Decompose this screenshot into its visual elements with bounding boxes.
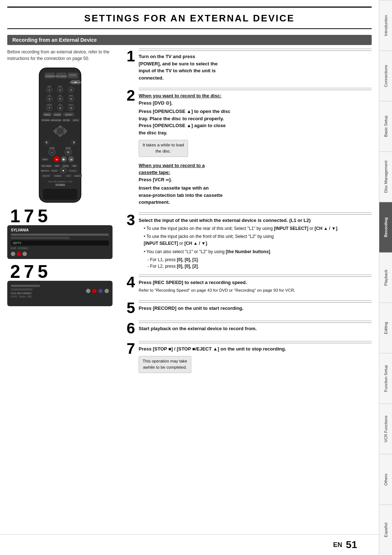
svg-text:N3866: N3866 [55,183,65,187]
step-3-header: Select the input of the unit which the e… [139,217,372,224]
step-1-text: Turn on the TV and press[POWER], and be … [139,53,372,81]
step-4-body: Refer to "Recording Speed" on page 43 fo… [139,287,372,293]
label-1: 1 [10,207,20,225]
sidebar-tab-function-setup[interactable]: Function Setup [379,353,392,404]
device-bottom-labels: 2 7 5 [7,263,113,281]
device-label-spec: SPEC Radio REC [11,295,40,298]
remote-svg: POWER INPUT SELECT DTV/TV OPEN/CLOSE 1 [32,66,88,204]
left-column: Before recording from an external device… [7,49,113,531]
device-bottom-inner: DVD RECORDER SPEC Radio REC [11,284,109,298]
svg-text:2: 2 [59,88,61,92]
svg-text:DVD RECORDER / VCR: DVD RECORDER / VCR [48,181,72,183]
page-footer: EN 51 [0,534,379,555]
device-bottom-left: DVD RECORDER SPEC Radio REC [11,284,40,298]
svg-text:SEARCH: SEARCH [74,175,81,177]
step-7-note: This operation may takeawhile to be comp… [139,356,191,373]
sidebar-tab-vcr-functions[interactable]: VCR Functions [379,404,392,454]
page-title: SETTINGS FOR AN EXTERNAL DEVICE [7,13,372,24]
footer-lang: EN [333,541,342,549]
step-4-header: Press [REC SPEED] to select a recording … [139,279,372,286]
dev-btn-c [98,289,103,293]
step-1: 1 Turn on the TV and press[POWER], and b… [121,49,372,83]
device-btns [86,289,109,293]
device-top-labels: 1 7 5 [7,207,113,225]
step-4-content: Press [REC SPEED] to select a recording … [139,275,372,295]
svg-text:PQRS: PQRS [46,104,52,106]
sidebar-tab-others[interactable]: Others [379,454,392,505]
step-5: 5 Press [RECORD] on the unit to start re… [121,300,372,316]
svg-text:DEF: DEF [58,85,62,88]
svg-point-65 [68,151,69,153]
step-3-sub: - For L1, press [0], [0], [1]. - For L2,… [147,256,372,270]
device-model-line-1 [11,234,109,236]
svg-text:CLEAR: CLEAR [54,114,60,116]
device-line-a [11,285,40,287]
svg-text:7: 7 [48,106,50,110]
step-4-num: 4 [121,275,135,290]
svg-text:+10:VOL▲: +10:VOL▲ [69,170,76,172]
step-3: 3 Select the input of the unit which the… [121,212,372,270]
step-6-content: Start playback on the external device to… [139,321,372,334]
section-header: Recording from an External Device [7,35,372,45]
svg-text:CM SKIP: CM SKIP [51,170,57,172]
svg-text:DUBBING: DUBBING [54,175,61,177]
sidebar-tab-introduction[interactable]: Introduction [379,0,392,50]
step-4-sep [139,276,372,277]
device-label-dvd: DVD RECORDER [11,292,40,295]
svg-text:SKIP: SKIP [55,165,58,167]
svg-text:INPUT SELECT: INPUT SELECT [54,75,69,77]
svg-text:RETURN: RETURN [63,119,70,121]
svg-text:ABC: ABC [47,85,51,88]
device-bottom-right [86,289,109,293]
sidebar-tab-playback[interactable]: Playback [379,252,392,303]
step-4: 4 Press [REC SPEED] to select a recordin… [121,275,372,295]
sidebar-tab-basic-setup[interactable]: Basic Setup [379,101,392,151]
svg-text:GHI: GHI [48,94,51,97]
remote-control-image: POWER INPUT SELECT DTV/TV OPEN/CLOSE 1 [7,66,113,204]
step-5-sep [139,302,372,303]
svg-text:POWER: POWER [45,75,54,77]
device-bottom-unit: DVD RECORDER SPEC Radio REC [7,281,113,306]
device-model-line-2 [11,237,70,239]
svg-text:■: ■ [62,169,64,172]
step-7-header: Press [STOP ■] / [STOP ■/EJECT ▲] on the… [139,345,372,353]
step-6-header: Start playback on the external device to… [139,325,372,332]
svg-text:⏭: ⏭ [70,158,72,161]
step-1-num: 1 [121,49,135,64]
dev-btn-d [105,289,109,293]
device-btn-2 [17,252,21,256]
svg-text:∞: ∞ [51,151,52,154]
sidebar-tab-disc-management[interactable]: Disc Management [379,151,392,202]
label-7a: 7 [24,207,34,225]
step-7-sep [139,343,372,343]
svg-text:⏮: ⏮ [56,158,57,161]
sidebar-tab-editing[interactable]: Editing [379,303,392,353]
svg-text:PAUSE: PAUSE [63,165,68,167]
step-3-bullet-3: You can also select "L1" or "L2" by usin… [144,248,372,255]
step-6: 6 Start playback on the external device … [121,321,372,336]
step-5-header: Press [RECORD] on the unit to start reco… [139,305,372,312]
device-btn-3 [23,252,27,256]
step-2-content: When you want to record to the disc: Pre… [139,88,372,207]
step-2: 2 When you want to record to the disc: P… [121,88,372,207]
svg-text:MNO: MNO [69,94,73,97]
label-2: 2 [10,263,20,281]
right-column: 1 Turn on the TV and press[POWER], and b… [121,49,372,531]
sidebar-tab-recording[interactable]: Recording [379,202,392,252]
step-3-sep [139,214,372,215]
step-2-num: 2 [121,88,135,103]
svg-point-54 [57,127,64,135]
label-5a: 5 [38,207,48,225]
device-top-unit: SYLVANIA SDTV DVR STEREO [7,225,113,259]
step-7-num: 7 [121,341,135,356]
step-5-num: 5 [121,300,135,316]
svg-text:5: 5 [59,97,61,101]
label-5b: 5 [38,263,48,281]
sidebar-tab-connections[interactable]: Connections [379,50,392,101]
svg-text:9: 9 [70,106,72,110]
svg-text:ENTER: ENTER [73,119,79,121]
svg-text:MENU/GUIDE: MENU/GUIDE [51,119,61,121]
sidebar-tabs: Introduction Connections Basic Setup Dis… [379,0,392,555]
svg-text:TOP MENU: TOP MENU [41,119,50,121]
sidebar-tab-espanol[interactable]: Español [379,505,392,555]
